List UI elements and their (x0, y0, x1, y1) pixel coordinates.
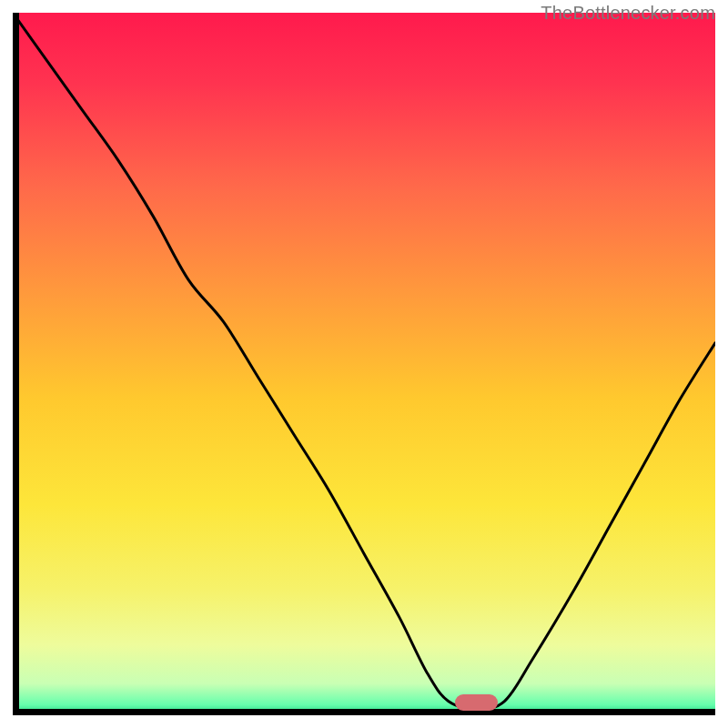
axes-layer (13, 13, 715, 715)
chart-container: TheBottlenecker.com (0, 0, 728, 728)
plot-area (13, 13, 715, 715)
watermark-text: TheBottlenecker.com (541, 3, 715, 24)
well-marker (455, 694, 497, 711)
